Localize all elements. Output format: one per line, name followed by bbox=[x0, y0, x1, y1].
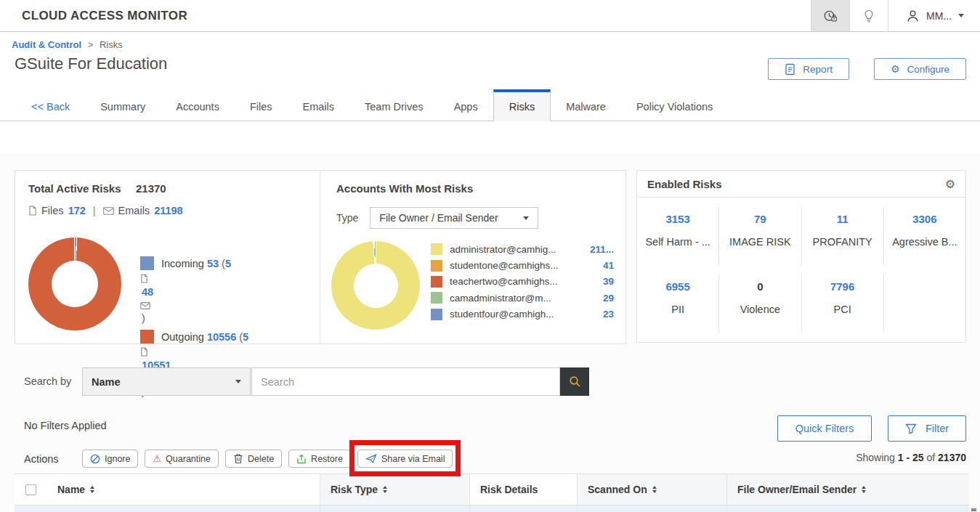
risk-count-link[interactable]: 11 bbox=[802, 213, 883, 225]
page-title: GSuite For Education bbox=[15, 54, 167, 73]
enabled-risk-cell: 11PROFANITY bbox=[802, 207, 884, 265]
ignore-button[interactable]: Ignore bbox=[82, 450, 138, 468]
total-active-risks-panel: Total Active Risks 21370 Files 172 | Ema… bbox=[15, 171, 320, 344]
send-icon bbox=[365, 454, 377, 463]
breadcrumb-current: Risks bbox=[100, 39, 123, 50]
emails-count-link[interactable]: 21198 bbox=[154, 205, 183, 216]
gear-icon[interactable]: ⚙ bbox=[945, 177, 955, 191]
funnel-icon bbox=[905, 423, 917, 434]
sort-icon[interactable] bbox=[862, 486, 866, 493]
incoming-outgoing-donut-chart bbox=[28, 237, 121, 330]
search-button[interactable] bbox=[560, 367, 589, 396]
files-count-link[interactable]: 172 bbox=[68, 205, 86, 216]
search-icon bbox=[569, 375, 581, 388]
share-via-email-button[interactable]: Share via Email bbox=[357, 450, 453, 468]
ignore-icon bbox=[90, 454, 100, 464]
swatch bbox=[431, 292, 442, 304]
select-all-checkbox[interactable] bbox=[25, 484, 36, 495]
person-icon bbox=[906, 9, 920, 23]
enabled-risk-cell: 0Violence bbox=[719, 275, 801, 333]
report-button[interactable]: Report bbox=[768, 58, 849, 80]
report-icon bbox=[785, 63, 795, 76]
sort-icon[interactable] bbox=[652, 486, 657, 493]
tab-policy-violations[interactable]: Policy Violations bbox=[621, 92, 728, 121]
clock-lock-icon bbox=[823, 9, 838, 23]
actions-label: Actions bbox=[24, 450, 59, 468]
total-active-risks-value: 21370 bbox=[136, 182, 166, 195]
risk-count-link[interactable]: 3306 bbox=[884, 213, 965, 225]
tab-apps[interactable]: Apps bbox=[439, 92, 493, 121]
filter-button[interactable]: Filter bbox=[888, 415, 966, 442]
tab-summary[interactable]: Summary bbox=[85, 92, 161, 121]
file-icon bbox=[140, 274, 315, 283]
risk-count: 0 bbox=[719, 280, 801, 293]
enabled-risk-cell: 6955PII bbox=[637, 275, 719, 333]
filters-status: No Filters Applied bbox=[24, 420, 107, 431]
configure-button[interactable]: ⚙ Configure bbox=[874, 58, 966, 80]
tab-files[interactable]: Files bbox=[235, 92, 288, 121]
account-count-link[interactable]: 23 bbox=[603, 309, 614, 320]
account-count-link[interactable]: 39 bbox=[603, 276, 614, 287]
risks-table: Name Risk Type Risk Details Scanned On F… bbox=[15, 474, 969, 512]
legend-item: camadministrator@m...29 bbox=[431, 290, 614, 306]
app-title: CLOUD ACCESS MONITOR bbox=[22, 9, 187, 23]
tab-bar: << Back Summary Accounts Files Emails Te… bbox=[0, 92, 980, 121]
sort-icon[interactable] bbox=[383, 486, 387, 493]
tab-malware[interactable]: Malware bbox=[551, 92, 621, 121]
legend-item: studentone@camhighs...41 bbox=[431, 257, 614, 273]
enabled-risk-cell: 3306Agressive B... bbox=[884, 207, 965, 265]
page-body: Audit & Control > Risks GSuite For Educa… bbox=[0, 32, 980, 512]
tab-risks[interactable]: Risks bbox=[493, 89, 551, 121]
restore-button[interactable]: Restore bbox=[288, 450, 351, 468]
scheduled-scan-button[interactable] bbox=[811, 0, 849, 31]
delete-button[interactable]: Delete bbox=[225, 450, 282, 468]
enabled-risk-cell: 79IMAGE RISK bbox=[719, 207, 801, 265]
search-by-select[interactable]: Name bbox=[82, 367, 251, 396]
table-scrollbar[interactable] bbox=[971, 507, 977, 512]
breadcrumb-separator: > bbox=[88, 39, 94, 50]
enabled-risk-cell: 3153Self Harm - ... bbox=[637, 207, 719, 265]
user-label: MM... bbox=[926, 10, 952, 22]
swatch bbox=[431, 260, 442, 272]
tab-emails[interactable]: Emails bbox=[288, 92, 350, 121]
enabled-risks-card: Enabled Risks ⚙ 3153Self Harm - ... 79IM… bbox=[636, 170, 966, 343]
tips-button[interactable] bbox=[849, 0, 888, 31]
breadcrumb: Audit & Control > Risks bbox=[0, 32, 980, 52]
tab-team-drives[interactable]: Team Drives bbox=[349, 92, 439, 121]
content-area: Total Active Risks 21370 Files 172 | Ema… bbox=[0, 154, 980, 512]
legend-item: administrator@camhig...211... bbox=[431, 241, 614, 257]
search-by-label: Search by bbox=[24, 367, 71, 396]
tab-accounts[interactable]: Accounts bbox=[161, 92, 235, 121]
accounts-legend: administrator@camhig...211... studentone… bbox=[431, 241, 614, 322]
restore-icon bbox=[296, 454, 307, 464]
incoming-count-link[interactable]: 53 bbox=[207, 258, 219, 269]
quarantine-button[interactable]: ⚠ Quarantine bbox=[145, 450, 219, 468]
user-menu[interactable]: MM... bbox=[888, 0, 980, 31]
swatch bbox=[431, 309, 442, 320]
files-emails-summary: Files 172 | Emails 21198 bbox=[28, 205, 307, 216]
sort-icon[interactable] bbox=[90, 486, 94, 493]
quick-filters-button[interactable]: Quick Filters bbox=[777, 415, 872, 442]
table-row[interactable]: Lets Buy something.txt MM DLP - PCI View… bbox=[15, 505, 969, 512]
breadcrumb-parent-link[interactable]: Audit & Control bbox=[12, 39, 81, 50]
outgoing-swatch bbox=[140, 330, 154, 344]
scrollbar-thumb[interactable] bbox=[971, 508, 976, 511]
topbar-actions: MM... bbox=[811, 0, 980, 31]
risk-count-link[interactable]: 79 bbox=[719, 213, 801, 225]
account-type-select[interactable]: File Owner / Email Sender bbox=[370, 207, 538, 229]
risk-count-link[interactable]: 6955 bbox=[637, 280, 718, 293]
swatch bbox=[431, 243, 442, 255]
account-count-link[interactable]: 29 bbox=[603, 293, 614, 304]
chevron-down-icon bbox=[958, 14, 964, 17]
legend-item: studentfour@camhigh...23 bbox=[431, 306, 614, 322]
tab-back[interactable]: << Back bbox=[16, 92, 85, 121]
search-input[interactable] bbox=[251, 367, 560, 396]
account-count-link[interactable]: 41 bbox=[603, 260, 614, 271]
outgoing-count-link[interactable]: 10556 bbox=[207, 331, 236, 343]
risk-count-link[interactable]: 7796 bbox=[802, 280, 883, 293]
title-row: GSuite For Education Report ⚙ Configure bbox=[0, 52, 980, 85]
total-active-risks-title: Total Active Risks bbox=[28, 182, 121, 195]
type-label: Type bbox=[336, 212, 358, 224]
risk-count-link[interactable]: 3153 bbox=[637, 213, 718, 225]
account-count-link[interactable]: 211... bbox=[590, 244, 614, 255]
